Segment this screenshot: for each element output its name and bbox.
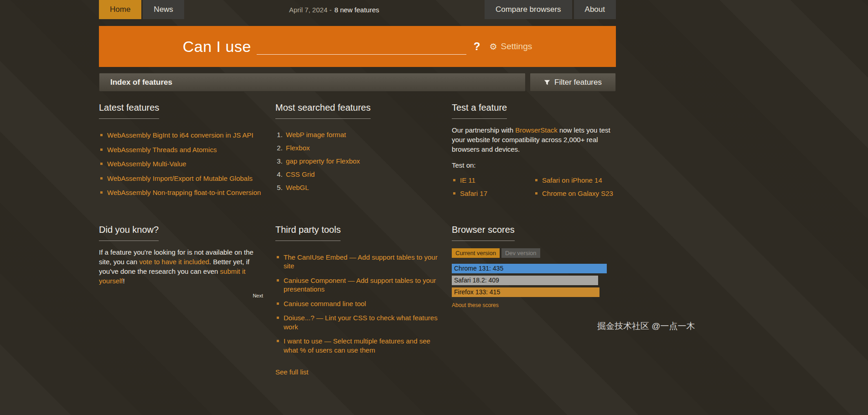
help-button[interactable]: ? bbox=[474, 40, 480, 53]
tool-link[interactable]: Caniuse command line tool bbox=[284, 300, 366, 307]
tab-about[interactable]: About bbox=[574, 0, 616, 19]
settings-button[interactable]: ⚙ Settings bbox=[490, 41, 532, 51]
score-bar-firefox: Firefox 133: 415 bbox=[452, 287, 599, 297]
feature-link[interactable]: CSS Grid bbox=[286, 170, 315, 178]
test-device-link[interactable]: IE 11 bbox=[460, 176, 475, 184]
section-latest-features: Latest features WebAssembly BigInt to i6… bbox=[99, 102, 263, 203]
test-a-feature-heading: Test a feature bbox=[452, 102, 507, 119]
feature-link[interactable]: WebP image format bbox=[286, 131, 346, 138]
dyk-text: ! bbox=[123, 277, 125, 285]
index-toolbar: Index of features Filter features bbox=[99, 73, 616, 92]
list-item: WebP image format bbox=[284, 131, 439, 138]
section-most-searched: Most searched features WebP image format… bbox=[275, 102, 439, 203]
filter-icon bbox=[544, 79, 550, 86]
tool-link[interactable]: Caniuse Component — Add support tables t… bbox=[284, 277, 436, 293]
score-bar-label: Firefox 133: 415 bbox=[454, 288, 500, 296]
about-these-scores-link[interactable]: About these scores bbox=[452, 302, 499, 308]
list-item: CSS Grid bbox=[284, 170, 439, 178]
section-test-a-feature: Test a feature Our partnership with Brow… bbox=[452, 102, 616, 203]
site-header-banner: Can I use ? ⚙ Settings bbox=[99, 26, 616, 67]
dev-version-button[interactable]: Dev version bbox=[501, 248, 540, 258]
feature-link[interactable]: WebAssembly Import/Export of Mutable Glo… bbox=[107, 174, 253, 182]
index-of-features-header: Index of features bbox=[99, 73, 526, 92]
test-device-link[interactable]: Chrome on Galaxy S23 bbox=[542, 190, 613, 197]
list-item: Caniuse command line tool bbox=[275, 299, 439, 308]
third-party-tools-list: The CanIUse Embed — Add support tables t… bbox=[275, 253, 439, 355]
vote-link[interactable]: vote to have it included bbox=[139, 258, 209, 266]
most-searched-heading: Most searched features bbox=[275, 102, 371, 119]
feature-link[interactable]: WebAssembly Non-trapping float-to-int Co… bbox=[107, 189, 261, 196]
feature-link[interactable]: Flexbox bbox=[286, 144, 310, 152]
list-item: WebAssembly Import/Export of Mutable Glo… bbox=[99, 174, 263, 183]
list-item: IE 11 bbox=[452, 176, 534, 185]
feature-link[interactable]: WebAssembly Multi-Value bbox=[107, 160, 186, 168]
index-title: Index of features bbox=[110, 78, 172, 87]
list-item: Caniuse Component — Add support tables t… bbox=[275, 276, 439, 294]
latest-features-heading: Latest features bbox=[99, 102, 159, 119]
list-item: WebGL bbox=[284, 184, 439, 191]
news-date-text: April 7, 2024 - bbox=[289, 6, 331, 14]
browserstack-link[interactable]: BrowserStack bbox=[515, 126, 558, 134]
third-party-tools-heading: Third party tools bbox=[275, 225, 341, 241]
intro-text: Our partnership with bbox=[452, 126, 515, 134]
list-item: Chrome on Galaxy S23 bbox=[534, 189, 616, 198]
tab-compare-browsers[interactable]: Compare browsers bbox=[485, 0, 572, 19]
filter-features-label: Filter features bbox=[554, 78, 602, 87]
list-item: I want to use — Select multiple features… bbox=[275, 337, 439, 354]
did-you-know-text: If a feature you're looking for is not a… bbox=[99, 247, 263, 286]
feature-link[interactable]: gap property for Flexbox bbox=[286, 157, 360, 165]
list-item: WebAssembly Threads and Atomics bbox=[99, 145, 263, 154]
section-browser-scores: Browser scores Current version Dev versi… bbox=[452, 225, 616, 377]
score-version-toggle: Current version Dev version bbox=[452, 248, 616, 258]
settings-label: Settings bbox=[501, 41, 532, 51]
tab-news[interactable]: News bbox=[143, 0, 184, 19]
content-grid: Latest features WebAssembly BigInt to i6… bbox=[99, 102, 616, 376]
tool-link[interactable]: Doiuse...? — Lint your CSS to check what… bbox=[284, 314, 438, 331]
list-item: Flexbox bbox=[284, 144, 439, 152]
feature-link[interactable]: WebGL bbox=[286, 184, 309, 191]
tab-home[interactable]: Home bbox=[99, 0, 141, 19]
gear-icon: ⚙ bbox=[490, 42, 497, 51]
score-bar-label: Chrome 131: 435 bbox=[454, 265, 503, 272]
list-item: The CanIUse Embed — Add support tables t… bbox=[275, 253, 439, 271]
see-full-list-link[interactable]: See full list bbox=[275, 368, 309, 376]
list-item: Safari on iPhone 14 bbox=[534, 176, 616, 185]
test-device-col1: IE 11 Safari 17 bbox=[452, 172, 534, 202]
page: Home News April 7, 2024 - 8 new features… bbox=[99, 0, 616, 376]
filter-features-button[interactable]: Filter features bbox=[530, 73, 616, 92]
most-searched-list: WebP image format Flexbox gap property f… bbox=[284, 131, 439, 191]
watermark: 掘金技术社区 @一点一木 bbox=[597, 320, 695, 332]
news-update-summary: April 7, 2024 - 8 new features bbox=[186, 0, 483, 19]
score-bars: Chrome 131: 435 Safari 18.2: 409 Firefox… bbox=[452, 264, 607, 297]
section-third-party-tools: Third party tools The CanIUse Embed — Ad… bbox=[275, 225, 439, 377]
site-title: Can I use bbox=[183, 38, 251, 56]
feature-link[interactable]: WebAssembly Threads and Atomics bbox=[107, 146, 217, 154]
test-feature-intro: Our partnership with BrowserStack now le… bbox=[452, 125, 616, 154]
top-navigation: Home News April 7, 2024 - 8 new features… bbox=[99, 0, 616, 19]
tool-link[interactable]: I want to use — Select multiple features… bbox=[284, 337, 430, 354]
tool-link[interactable]: The CanIUse Embed — Add support tables t… bbox=[284, 253, 438, 270]
nav-tabs-left: Home News bbox=[99, 0, 186, 19]
list-item: Safari 17 bbox=[452, 189, 534, 198]
feature-link[interactable]: WebAssembly BigInt to i64 conversion in … bbox=[107, 131, 253, 139]
test-device-link[interactable]: Safari on iPhone 14 bbox=[542, 176, 602, 184]
score-bar-safari: Safari 18.2: 409 bbox=[452, 276, 598, 285]
did-you-know-heading: Did you know? bbox=[99, 225, 159, 241]
test-device-col2: Safari on iPhone 14 Chrome on Galaxy S23 bbox=[534, 172, 616, 202]
list-item: gap property for Flexbox bbox=[284, 157, 439, 165]
current-version-button[interactable]: Current version bbox=[452, 248, 500, 258]
feature-search-input[interactable] bbox=[257, 38, 466, 55]
test-device-grid: IE 11 Safari 17 Safari on iPhone 14 Chro… bbox=[452, 170, 616, 202]
list-item: WebAssembly Multi-Value bbox=[99, 159, 263, 169]
latest-features-list: WebAssembly BigInt to i64 conversion in … bbox=[99, 131, 263, 197]
score-bar-chrome: Chrome 131: 435 bbox=[452, 264, 607, 273]
next-tip-button[interactable]: Next bbox=[99, 293, 263, 298]
list-item: WebAssembly Non-trapping float-to-int Co… bbox=[99, 188, 263, 197]
nav-tabs-right: Compare browsers About bbox=[483, 0, 616, 19]
test-on-label: Test on: bbox=[452, 161, 616, 169]
test-device-link[interactable]: Safari 17 bbox=[460, 190, 487, 197]
section-did-you-know: Did you know? If a feature you're lookin… bbox=[99, 225, 263, 377]
browser-scores-heading: Browser scores bbox=[452, 225, 515, 241]
new-features-link[interactable]: 8 new features bbox=[334, 6, 379, 14]
list-item: Doiuse...? — Lint your CSS to check what… bbox=[275, 313, 439, 331]
